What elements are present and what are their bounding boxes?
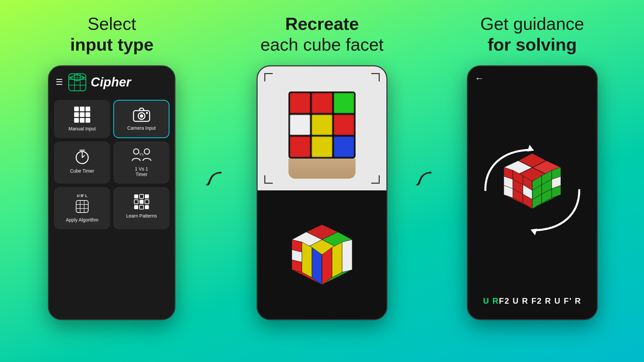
camera-view <box>258 66 386 190</box>
face-cell <box>290 93 310 113</box>
svg-point-11 <box>146 112 148 114</box>
svg-rect-26 <box>140 194 144 198</box>
manual-input-label: Manual Input <box>68 126 96 131</box>
svg-rect-32 <box>140 205 144 209</box>
vs-icon: Vs <box>131 148 152 163</box>
corner-br <box>371 175 380 184</box>
recreate-title-line2: each cube facet <box>260 35 383 54</box>
camera-icon <box>133 107 150 122</box>
grid-cell <box>86 107 90 111</box>
svg-point-10 <box>140 114 143 118</box>
cube-3d-section <box>258 190 386 319</box>
svg-rect-25 <box>134 194 138 198</box>
solving-cube-svg <box>475 140 589 240</box>
svg-rect-20 <box>76 200 88 213</box>
camera-screen <box>258 66 386 319</box>
menu-item-1vs1[interactable]: Vs 1 Vs 1Timer <box>113 141 169 184</box>
solving-cube-container <box>475 84 589 296</box>
menu-grid: Manual Input Camera Input <box>49 97 174 233</box>
face-cell <box>290 136 310 157</box>
patterns-icon <box>133 194 150 210</box>
grid-cell <box>74 112 79 117</box>
svg-marker-58 <box>332 242 342 278</box>
title-line1: Select <box>88 14 136 34</box>
svg-marker-60 <box>527 145 534 152</box>
svg-rect-31 <box>134 205 138 209</box>
corner-tr <box>371 73 380 81</box>
algo-green-R: R <box>489 296 499 305</box>
cube-3d-svg <box>285 221 359 288</box>
app-header: ☰ <box>49 66 174 97</box>
arrow-2-container <box>414 52 440 307</box>
svg-rect-29 <box>140 200 144 204</box>
svg-marker-59 <box>342 240 352 272</box>
section-guidance: Get guidance for solving ← <box>440 7 624 320</box>
grid-cell <box>80 118 85 123</box>
patterns-label: Learn Patterns <box>126 213 157 219</box>
corner-bl <box>264 175 273 184</box>
svg-rect-33 <box>145 205 149 209</box>
algorithm-cube-icon <box>75 199 90 214</box>
cube-logo-icon <box>68 73 87 92</box>
hamburger-icon[interactable]: ☰ <box>56 77 63 87</box>
timer-icon <box>74 148 91 165</box>
svg-rect-30 <box>145 200 149 204</box>
algorithm-label: Apply Algorithm <box>66 217 98 223</box>
face-cell <box>334 136 354 157</box>
arrow-2-icon <box>414 169 440 189</box>
svg-marker-61 <box>531 229 537 235</box>
title-line2: input type <box>70 35 153 54</box>
grid-cell <box>86 112 90 117</box>
face-cell <box>290 115 310 135</box>
camera-cube-grid <box>288 92 356 159</box>
guidance-title-line2: for solving <box>488 35 577 54</box>
svg-marker-51 <box>292 250 302 262</box>
svg-rect-27 <box>145 194 149 198</box>
guidance-title-line1: Get guidance <box>480 14 584 34</box>
svg-marker-49 <box>302 242 312 278</box>
hand-representation <box>288 159 356 179</box>
algo-green-U: U <box>483 296 489 305</box>
phone-middle <box>257 65 387 320</box>
menu-item-algorithm[interactable]: U R' L Apply Algorithm <box>54 187 110 229</box>
face-cell <box>312 136 332 157</box>
section-title-2: Recreate each cube facet <box>260 13 383 55</box>
grid-cell <box>74 118 79 123</box>
algo-normal-text: F2 U R F2 R U F' R <box>499 296 581 305</box>
face-cell <box>312 115 332 135</box>
app-screen: ☰ <box>49 66 174 319</box>
section-select-input: Select input type ☰ <box>20 7 204 320</box>
svg-point-17 <box>133 149 139 154</box>
solve-screen: ← <box>468 66 597 319</box>
face-cell <box>334 93 354 113</box>
arrow-1-container <box>204 52 230 307</box>
menu-item-cube-timer[interactable]: Cube Timer <box>54 141 110 184</box>
grid-cell <box>86 118 90 123</box>
grid-cell <box>80 112 85 117</box>
corner-tl <box>264 73 273 81</box>
grid-cell <box>80 107 85 111</box>
cube-in-camera <box>288 85 356 179</box>
svg-rect-28 <box>134 200 138 204</box>
face-cell <box>312 93 332 113</box>
svg-text:Vs: Vs <box>139 152 144 156</box>
1vs1-label: 1 Vs 1Timer <box>135 166 148 177</box>
phone-left: ☰ <box>48 65 175 320</box>
section-title-1: Select input type <box>70 13 153 55</box>
camera-input-label: Camera Input <box>127 125 156 131</box>
menu-item-patterns[interactable]: Learn Patterns <box>113 187 169 229</box>
arrow-1-icon <box>204 169 230 189</box>
main-container: Select input type ☰ <box>0 0 644 362</box>
svg-point-19 <box>144 149 150 154</box>
menu-item-manual-input[interactable]: Manual Input <box>54 100 110 138</box>
section-recreate: Recreate each cube facet <box>230 7 414 320</box>
app-name: Cipher <box>91 75 131 89</box>
app-logo-container: Cipher <box>68 73 131 92</box>
grid-cell <box>74 107 79 111</box>
back-button[interactable]: ← <box>475 73 484 84</box>
algorithm-sequence: U RF2 U R F2 R U F' R <box>483 296 581 306</box>
menu-item-camera-input[interactable]: Camera Input <box>113 100 169 138</box>
grid-icon <box>74 107 90 123</box>
phone-right: ← <box>467 65 598 320</box>
cube-timer-label: Cube Timer <box>70 168 94 174</box>
